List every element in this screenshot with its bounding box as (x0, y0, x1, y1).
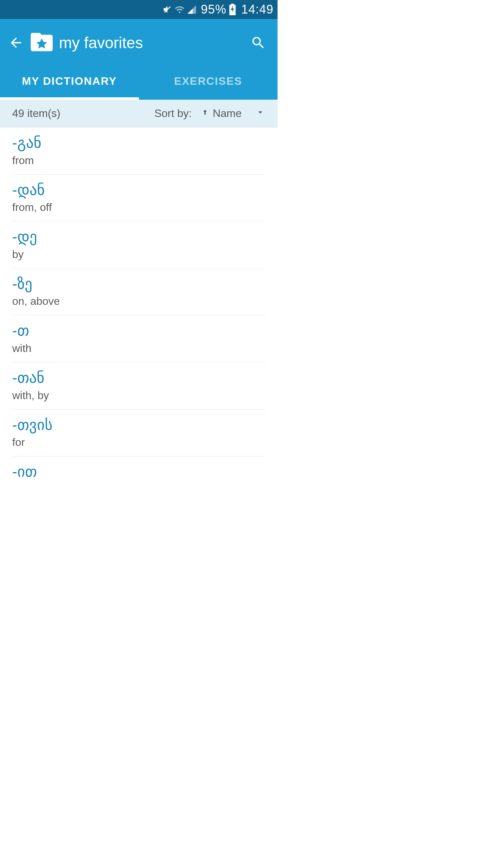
chevron-down-icon (255, 107, 265, 117)
battery-charging-icon (229, 4, 236, 15)
status-bar: 95% 14:49 (0, 0, 278, 19)
sort-direction-icon (201, 107, 209, 120)
search-button[interactable] (246, 31, 270, 55)
sort-bar: 49 item(s) Sort by: Name (0, 100, 278, 127)
sort-field-name: Name (213, 107, 242, 120)
tab-exercises[interactable]: EXERCISES (139, 62, 278, 100)
translation: with, by (12, 389, 265, 402)
status-icons: 95% 14:49 (162, 2, 273, 17)
list-item[interactable]: -თან with, by (12, 362, 265, 410)
arrow-left-icon (8, 35, 24, 51)
word: -ზე (12, 275, 265, 293)
translation: for (12, 436, 265, 449)
tab-my-dictionary[interactable]: MY DICTIONARY (0, 62, 139, 100)
translation: by (12, 248, 265, 261)
back-button[interactable] (4, 31, 28, 55)
wifi-icon (175, 4, 185, 15)
translation: with (12, 342, 265, 355)
cell-signal-icon (187, 4, 197, 15)
word: -თვის (12, 416, 265, 434)
translation: on, above (12, 295, 265, 308)
tabs: MY DICTIONARY EXERCISES (0, 62, 278, 100)
item-count: 49 item(s) (12, 107, 154, 120)
list-item[interactable]: -დან from, off (12, 175, 265, 222)
word: -დე (12, 228, 265, 245)
clock: 14:49 (241, 2, 273, 17)
list-item[interactable]: -გან from (12, 127, 265, 175)
sort-field-button[interactable]: Name (201, 107, 242, 120)
sort-by-label: Sort by: (154, 107, 191, 120)
mute-icon (162, 4, 172, 15)
list-item[interactable]: -ზე on, above (12, 269, 265, 316)
battery-percent: 95% (201, 2, 226, 17)
word: -დან (12, 181, 265, 199)
list-item[interactable]: -ით (12, 456, 265, 491)
word: -გან (12, 134, 265, 152)
page-title: my favorites (59, 34, 246, 52)
app-bar: my favorites MY DICTIONARY EXERCISES (0, 19, 278, 100)
translation: from, off (12, 201, 265, 214)
word: -ით (12, 463, 265, 480)
list-item[interactable]: -თვის for (12, 410, 265, 457)
translation: from (12, 154, 265, 167)
sort-dropdown[interactable] (255, 107, 265, 120)
search-icon (250, 35, 266, 51)
list-item[interactable]: -თ with (12, 315, 265, 362)
word: -თ (12, 322, 265, 339)
svg-rect-1 (231, 4, 234, 5)
dictionary-list: -გან from -დან from, off -დე by -ზე on, … (0, 127, 278, 491)
favorites-folder-icon (30, 33, 53, 53)
word: -თან (12, 369, 265, 387)
list-item[interactable]: -დე by (12, 221, 265, 269)
